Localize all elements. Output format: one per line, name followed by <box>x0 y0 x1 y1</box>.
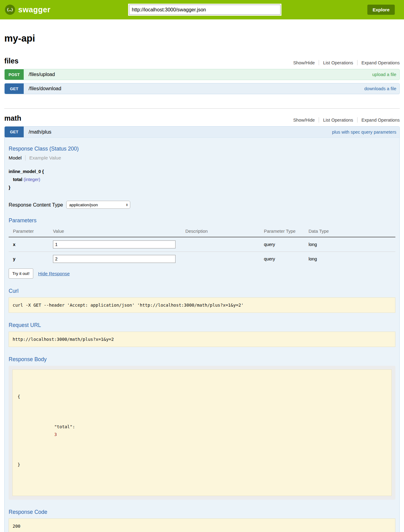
files-section-header: files Show/Hide List Operations Expand O… <box>4 57 400 65</box>
request-url-heading: Request URL <box>9 322 395 328</box>
op-path-files-upload[interactable]: /files/upload <box>29 72 55 77</box>
param-data-type: long <box>307 237 395 252</box>
param-y-input[interactable] <box>53 255 176 263</box>
response-class-heading: Response Class (Status 200) <box>9 146 395 152</box>
model-close-brace: } <box>9 183 395 191</box>
request-url-value: http://localhost:3000/math/plus?x=1&y=2 <box>9 332 395 347</box>
json-value: 3 <box>54 432 57 437</box>
curl-command: curl -X GET --header 'Accept: applicatio… <box>9 297 395 313</box>
files-list-operations-link[interactable]: List Operations <box>323 60 353 65</box>
math-show-hide-link[interactable]: Show/Hide <box>293 118 315 123</box>
param-name: x <box>9 237 52 252</box>
response-body-heading: Response Body <box>9 356 395 363</box>
actions-row: Try it out! Hide Response <box>9 268 395 279</box>
op-row-files-upload[interactable]: POST /files/upload upload a file <box>4 69 400 80</box>
op-summary-files-upload[interactable]: upload a file <box>372 72 396 77</box>
math-section-title[interactable]: math <box>4 114 21 123</box>
selected-content-type: application/json <box>69 203 98 207</box>
json-key: "total": <box>54 424 75 429</box>
response-content-type-select[interactable]: application/json ▲▼ <box>66 201 130 209</box>
math-list-operations-link[interactable]: List Operations <box>323 118 353 123</box>
response-content-type-label: Response Content Type <box>9 202 63 208</box>
files-show-hide-link[interactable]: Show/Hide <box>293 60 315 65</box>
model-property-name: total <box>13 177 22 182</box>
select-arrows-icon: ▲▼ <box>126 203 128 206</box>
api-title: my-api <box>4 33 400 44</box>
json-close-brace: } <box>18 461 386 469</box>
op-row-files-download[interactable]: GET /files/download downloads a file <box>4 83 400 94</box>
explore-button[interactable]: Explore <box>367 5 395 15</box>
response-class-tabs: Model Example Value <box>9 155 395 161</box>
swagger-logo[interactable]: {…} swagger <box>5 5 50 15</box>
op-summary-math-plus-get[interactable]: plus with spec query parameters <box>332 130 396 135</box>
model-property-type: (integer) <box>24 177 40 182</box>
col-value: Value <box>52 227 184 237</box>
files-expand-operations-link[interactable]: Expand Operations <box>362 60 400 65</box>
separator <box>319 117 319 123</box>
json-open-brace: { <box>18 393 386 401</box>
response-body-wrapper: { "total": 3 } <box>9 366 395 500</box>
param-name: y <box>9 252 52 266</box>
math-expand-operations-link[interactable]: Expand Operations <box>362 118 400 123</box>
param-data-type: long <box>307 252 395 266</box>
param-row-y: y query long <box>9 252 395 266</box>
parameters-heading: Parameters <box>9 217 395 224</box>
page-content: my-api files Show/Hide List Operations E… <box>0 33 404 532</box>
param-row-x: x query long <box>9 237 395 252</box>
param-x-input[interactable] <box>53 240 176 248</box>
get-method-badge: GET <box>5 83 24 94</box>
tab-example-value[interactable]: Example Value <box>26 155 61 161</box>
response-content-type-row: Response Content Type application/json ▲… <box>9 201 395 209</box>
tab-model[interactable]: Model <box>9 155 26 161</box>
op-block-math-plus-get: GET /math/plus plus with spec query para… <box>4 126 400 532</box>
response-code-value: 200 <box>9 518 395 532</box>
param-type: query <box>263 252 307 266</box>
col-parameter: Parameter <box>9 227 52 237</box>
separator <box>319 60 319 65</box>
separator <box>357 117 358 123</box>
app-header: {…} swagger Explore <box>0 0 404 19</box>
op-path-files-download[interactable]: /files/download <box>29 86 61 91</box>
section-divider <box>4 108 400 109</box>
hide-response-link[interactable]: Hide Response <box>38 271 70 276</box>
response-code-heading: Response Code <box>9 509 395 515</box>
op-row-math-plus-get[interactable]: GET /math/plus plus with spec query para… <box>5 127 399 138</box>
param-description <box>184 252 263 266</box>
model-property: total (integer) <box>9 175 395 183</box>
math-section-header: math Show/Hide List Operations Expand Op… <box>4 114 400 123</box>
op-summary-files-download[interactable]: downloads a file <box>364 86 396 91</box>
parameters-table: Parameter Value Description Parameter Ty… <box>9 227 395 266</box>
spec-url-input[interactable] <box>129 5 281 15</box>
operation-panel: Response Class (Status 200) Model Exampl… <box>5 138 399 532</box>
model-open-brace: inline_model_0 { <box>9 167 395 175</box>
json-total-line: "total": 3 <box>18 416 386 446</box>
try-it-out-button[interactable]: Try it out! <box>9 268 33 279</box>
col-description: Description <box>184 227 263 237</box>
swagger-logo-text: swagger <box>18 5 50 14</box>
math-section-controls: Show/Hide List Operations Expand Operati… <box>293 117 400 123</box>
model-signature: inline_model_0 { total (integer) } <box>9 167 395 191</box>
swagger-logo-icon: {…} <box>5 5 15 15</box>
separator <box>357 60 358 65</box>
files-section-controls: Show/Hide List Operations Expand Operati… <box>293 60 400 65</box>
col-data-type: Data Type <box>307 227 395 237</box>
param-description <box>184 237 263 252</box>
curl-heading: Curl <box>9 288 395 294</box>
param-type: query <box>263 237 307 252</box>
response-body-json: { "total": 3 } <box>12 369 392 496</box>
post-method-badge: POST <box>5 69 24 80</box>
col-parameter-type: Parameter Type <box>263 227 307 237</box>
get-method-badge: GET <box>5 127 24 137</box>
files-section-title[interactable]: files <box>4 57 18 65</box>
op-path-math-plus-get[interactable]: /math/plus <box>29 129 51 135</box>
